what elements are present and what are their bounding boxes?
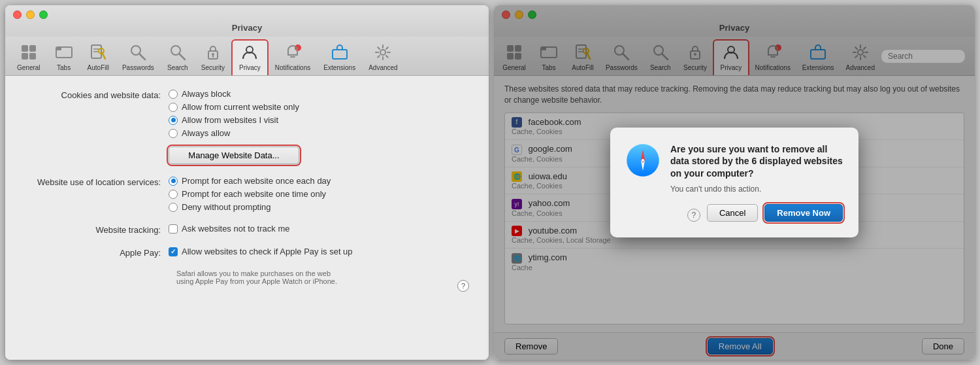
- passwords-label: Passwords: [122, 64, 154, 71]
- tabs-label: Tabs: [57, 64, 71, 71]
- location-label: Website use of location services:: [25, 176, 169, 187]
- radio-one-time[interactable]: [169, 190, 178, 199]
- cookies-i-visit[interactable]: Allow from websites I visit: [169, 115, 299, 125]
- radio-always-allow[interactable]: [169, 129, 178, 138]
- cookies-current-only[interactable]: Allow from current website only: [169, 102, 299, 112]
- toolbar-item-notifications[interactable]: Notifications: [269, 39, 317, 75]
- svg-rect-1: [29, 45, 36, 52]
- cookies-always-block-label: Always block: [182, 89, 231, 99]
- privacy-label: Privacy: [239, 64, 261, 71]
- extensions-label: Extensions: [323, 64, 355, 71]
- radio-i-visit[interactable]: [169, 116, 178, 125]
- location-deny-label: Deny without prompting: [182, 202, 271, 212]
- confirmation-modal: Are you sure you want to remove all data…: [610, 128, 858, 237]
- applepay-checkbox[interactable]: [169, 247, 178, 256]
- search-label: Search: [167, 64, 188, 71]
- svg-point-23: [380, 50, 385, 55]
- toolbar-item-privacy[interactable]: Privacy: [231, 39, 269, 75]
- advanced-icon: [372, 42, 393, 63]
- svg-rect-3: [29, 53, 36, 60]
- search-icon: [167, 42, 188, 63]
- general-icon: [18, 42, 39, 63]
- modal-overlay: Are you sure you want to remove all data…: [494, 5, 975, 360]
- tracking-checkbox[interactable]: [169, 224, 178, 234]
- cookies-i-visit-label: Allow from websites I visit: [182, 115, 278, 125]
- maximize-button[interactable]: [39, 10, 48, 19]
- security-icon: [203, 42, 223, 63]
- radio-deny[interactable]: [169, 203, 178, 212]
- applepay-section: Apple Pay: Allow websites to check if Ap…: [25, 247, 469, 258]
- location-section: Website use of location services: Prompt…: [25, 176, 469, 212]
- radio-always-block[interactable]: [169, 90, 178, 99]
- modal-title: Are you sure you want to remove all data…: [670, 143, 843, 179]
- window-controls: [13, 10, 48, 19]
- location-options: Prompt for each website once each day Pr…: [169, 176, 331, 212]
- applepay-checkbox-item[interactable]: Allow websites to check if Apple Pay is …: [169, 247, 353, 256]
- tracking-label: Website tracking:: [25, 224, 169, 235]
- applepay-label: Apple Pay:: [25, 247, 169, 258]
- svg-line-15: [179, 54, 185, 60]
- modal-subtitle: You can't undo this action.: [670, 184, 843, 194]
- cookies-always-allow-label: Always allow: [182, 128, 230, 138]
- modal-inner: Are you sure you want to remove all data…: [626, 143, 843, 222]
- applepay-footnote: Safari allows you to make purchases on t…: [176, 269, 469, 285]
- radio-once-day[interactable]: [169, 177, 178, 186]
- svg-rect-5: [56, 47, 61, 50]
- left-safari-preferences: Privacy General Tabs AutoFill Passwords: [5, 5, 489, 360]
- cookies-label: Cookies and website data:: [25, 89, 169, 100]
- passwords-icon: [127, 42, 148, 63]
- minimize-button[interactable]: [26, 10, 35, 19]
- toolbar-item-security[interactable]: Security: [195, 39, 231, 75]
- toolbar-item-advanced[interactable]: Advanced: [362, 39, 404, 75]
- help-button-left[interactable]: ?: [457, 280, 469, 292]
- svg-rect-2: [22, 53, 28, 60]
- location-one-time-label: Prompt for each website one time only: [182, 189, 326, 199]
- applepay-option-label: Allow websites to check if Apple Pay is …: [182, 247, 353, 256]
- svg-point-50: [642, 159, 644, 162]
- security-label: Security: [201, 64, 225, 71]
- svg-point-17: [212, 53, 214, 56]
- toolbar-item-search[interactable]: Search: [161, 39, 195, 75]
- notifications-label: Notifications: [275, 64, 310, 71]
- location-one-time[interactable]: Prompt for each website one time only: [169, 189, 331, 199]
- tracking-checkbox-item[interactable]: Ask websites not to track me: [169, 224, 289, 234]
- privacy-icon: [239, 42, 260, 63]
- window-title: Privacy: [232, 23, 262, 33]
- notifications-icon: [282, 42, 303, 63]
- modal-text-area: Are you sure you want to remove all data…: [670, 143, 843, 222]
- cookies-options: Always block Allow from current website …: [169, 89, 299, 164]
- svg-rect-0: [22, 45, 28, 52]
- radio-current-only[interactable]: [169, 103, 178, 112]
- left-toolbar: General Tabs AutoFill Passwords Search: [5, 37, 489, 76]
- toolbar-item-passwords[interactable]: Passwords: [116, 39, 161, 75]
- cookies-current-only-label: Allow from current website only: [182, 102, 299, 112]
- manage-website-data-button[interactable]: Manage Website Data...: [169, 147, 299, 164]
- cookies-section: Cookies and website data: Always block A…: [25, 89, 469, 164]
- safari-icon: [626, 143, 660, 177]
- location-once-day-label: Prompt for each website once each day: [182, 176, 331, 186]
- left-content: Cookies and website data: Always block A…: [5, 76, 489, 360]
- modal-help-button[interactable]: ?: [687, 209, 700, 222]
- toolbar-item-extensions[interactable]: Extensions: [317, 39, 362, 75]
- location-once-day[interactable]: Prompt for each website once each day: [169, 176, 331, 186]
- autofill-icon: [88, 42, 108, 63]
- location-deny[interactable]: Deny without prompting: [169, 202, 331, 212]
- svg-rect-22: [333, 50, 347, 59]
- left-title-bar: Privacy: [5, 5, 489, 37]
- modal-buttons: ? Cancel Remove Now: [670, 204, 843, 222]
- modal-remove-now-button[interactable]: Remove Now: [764, 204, 843, 222]
- close-button[interactable]: [13, 10, 22, 19]
- cookies-always-block[interactable]: Always block: [169, 89, 299, 99]
- tracking-section: Website tracking: Ask websites not to tr…: [25, 224, 469, 235]
- cookies-always-allow[interactable]: Always allow: [169, 128, 299, 138]
- right-safari-preferences: Privacy General Tabs AutoFill Passwords: [494, 5, 975, 360]
- extensions-icon: [329, 42, 350, 63]
- advanced-label: Advanced: [368, 64, 397, 71]
- modal-cancel-button[interactable]: Cancel: [707, 204, 758, 222]
- tabs-icon: [54, 42, 74, 63]
- tracking-option-label: Ask websites not to track me: [182, 224, 289, 234]
- toolbar-item-autofill[interactable]: AutoFill: [81, 39, 116, 75]
- autofill-label: AutoFill: [88, 64, 109, 71]
- toolbar-item-tabs[interactable]: Tabs: [47, 39, 81, 75]
- toolbar-item-general[interactable]: General: [10, 39, 47, 75]
